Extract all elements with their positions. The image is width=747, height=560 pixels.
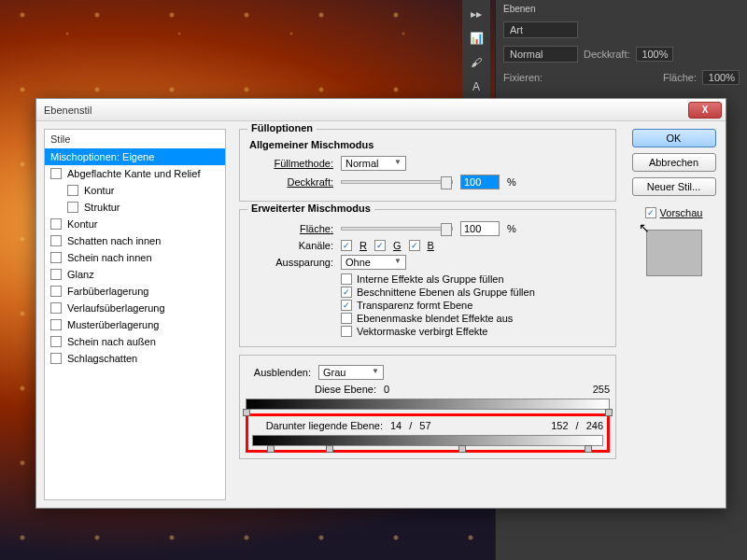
- style-checkbox[interactable]: [50, 302, 62, 314]
- cb-internal[interactable]: [341, 273, 352, 285]
- knockout-label: Aussparung:: [249, 257, 333, 268]
- style-item[interactable]: Kontur: [45, 216, 225, 232]
- opacity-label: Deckkraft:: [249, 176, 333, 188]
- opacity-label: Deckkraft:: [584, 49, 630, 60]
- advanced-blend-fieldset: Erweiterter Mischmodus Fläche: 100 % Kan…: [239, 209, 616, 347]
- style-checkbox[interactable]: [67, 202, 78, 213]
- this-layer-label: Diese Ebene:: [246, 384, 376, 395]
- blend-mode-select[interactable]: Normal: [503, 46, 578, 63]
- style-checkbox[interactable]: [50, 286, 62, 297]
- fill-options-fieldset: Fülloptionen Allgemeiner Mischmodus Füll…: [239, 129, 616, 202]
- blendif-select[interactable]: Grau: [318, 365, 384, 380]
- tool-icon[interactable]: ▸▸: [466, 4, 486, 24]
- style-item[interactable]: Glanz: [45, 266, 225, 283]
- opacity-value[interactable]: 100%: [636, 47, 673, 62]
- preview-label: Vorschau: [660, 207, 703, 218]
- style-checkbox[interactable]: [50, 235, 62, 246]
- close-button[interactable]: X: [688, 102, 722, 119]
- cb-transparency[interactable]: ✓: [341, 300, 352, 311]
- new-style-button[interactable]: Neuer Stil...: [632, 177, 716, 196]
- channel-r-checkbox[interactable]: ✓: [341, 240, 352, 251]
- text-icon[interactable]: A: [466, 77, 486, 97]
- blending-options-item[interactable]: Mischoptionen: Eigene: [45, 148, 225, 165]
- blend-if-fieldset: Ausblenden: Grau Diese Ebene: 0 255 Daru…: [239, 355, 616, 459]
- style-checkbox[interactable]: [50, 353, 62, 364]
- brush-icon[interactable]: 🖌: [466, 52, 486, 73]
- underlying-label: Darunter liegende Ebene:: [252, 420, 383, 431]
- cancel-button[interactable]: Abbrechen: [632, 153, 716, 172]
- cb-vectormask[interactable]: [341, 326, 352, 337]
- style-item[interactable]: Kontur: [45, 182, 225, 199]
- style-item[interactable]: Schatten nach innen: [45, 232, 225, 249]
- style-checkbox[interactable]: [50, 252, 62, 263]
- lock-label: Fixieren:: [503, 72, 543, 83]
- style-item[interactable]: Verlaufsüberlagerung: [45, 300, 225, 316]
- preview-thumbnail: [646, 230, 702, 276]
- general-blend-legend: Allgemeiner Mischmodus: [249, 139, 606, 150]
- opacity-slider[interactable]: [341, 180, 453, 184]
- area-label: Fläche:: [249, 223, 333, 234]
- style-checkbox[interactable]: [50, 319, 62, 330]
- styles-header[interactable]: Stile: [45, 130, 225, 148]
- style-item[interactable]: Schlagschatten: [45, 350, 225, 367]
- style-checkbox[interactable]: [50, 336, 62, 347]
- this-layer-gradient[interactable]: [246, 399, 610, 410]
- layer-style-dialog: Ebenenstil X Stile Mischoptionen: Eigene…: [35, 98, 726, 509]
- dialog-title: Ebenenstil: [44, 105, 688, 116]
- style-item[interactable]: Struktur: [45, 199, 225, 216]
- style-checkbox[interactable]: [50, 168, 62, 179]
- fill-method-label: Füllmethode:: [249, 158, 333, 169]
- area-input[interactable]: 100: [460, 221, 500, 236]
- cb-layermask[interactable]: [341, 313, 352, 324]
- histogram-icon[interactable]: 📊: [466, 28, 486, 49]
- preview-checkbox[interactable]: ✓: [645, 207, 656, 218]
- channel-g-checkbox[interactable]: ✓: [374, 240, 386, 251]
- style-item[interactable]: Farbüberlagerung: [45, 283, 225, 300]
- ps-tools: ▸▸ 📊 🖌 A: [462, 0, 490, 101]
- panel-tab[interactable]: Ebenen: [496, 0, 747, 18]
- style-checkbox[interactable]: [67, 185, 78, 196]
- style-checkbox[interactable]: [50, 218, 62, 230]
- style-checkbox[interactable]: [50, 269, 62, 280]
- style-item[interactable]: Schein nach außen: [45, 333, 225, 350]
- channels-label: Kanäle:: [249, 240, 333, 251]
- ok-button[interactable]: OK: [632, 129, 716, 147]
- layer-kind-select[interactable]: Art: [503, 21, 578, 38]
- knockout-select[interactable]: Ohne: [341, 255, 406, 270]
- cb-clipped[interactable]: ✓: [341, 287, 352, 298]
- style-item[interactable]: Musterüberlagerung: [45, 316, 225, 333]
- channel-b-checkbox[interactable]: ✓: [409, 240, 420, 251]
- fill-label: Fläche:: [663, 72, 697, 83]
- fill-value[interactable]: 100%: [702, 70, 740, 85]
- highlight-box: Darunter liegende Ebene: 14 / 57 152 / 2…: [246, 413, 610, 453]
- fill-method-select[interactable]: Normal: [341, 156, 406, 171]
- pct-label: %: [507, 176, 516, 188]
- fill-legend: Fülloptionen: [247, 122, 317, 133]
- opacity-input[interactable]: 100: [460, 175, 500, 189]
- style-item[interactable]: Schein nach innen: [45, 249, 225, 266]
- blendif-label: Ausblenden:: [246, 367, 311, 378]
- styles-list: Stile Mischoptionen: Eigene Abgeflachte …: [44, 129, 226, 500]
- area-slider[interactable]: [341, 227, 453, 231]
- advanced-legend: Erweiterter Mischmodus: [247, 203, 374, 214]
- style-item[interactable]: Abgeflachte Kante und Relief: [45, 165, 225, 182]
- dialog-titlebar[interactable]: Ebenenstil X: [36, 99, 726, 121]
- underlying-gradient[interactable]: [252, 435, 603, 446]
